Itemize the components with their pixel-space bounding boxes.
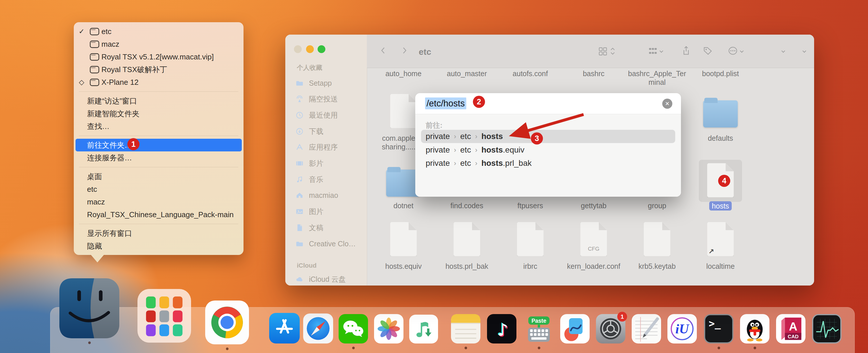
back-icon[interactable] xyxy=(378,46,388,57)
menu-item[interactable]: Royal TSX v5.1.2[www.macat.vip] xyxy=(75,51,242,63)
sidebar-item-文稿[interactable]: 文稿 xyxy=(296,222,323,233)
menu-item[interactable]: ◇X-Plane 12 xyxy=(75,76,242,89)
menu-item[interactable]: macz xyxy=(75,196,242,208)
dock-app-tiktok[interactable]: ♪♪♪ xyxy=(487,314,517,344)
goto-suggestion-row[interactable]: private›etc›hosts.prl_bak xyxy=(421,156,675,170)
file-icon-com.apple.so_sharing.....lau[interactable] xyxy=(390,94,417,128)
file-label[interactable]: bashrc xyxy=(562,69,625,78)
file-label[interactable]: bootpd.plist xyxy=(689,69,751,78)
zoom-window-button[interactable] xyxy=(317,45,326,53)
dock-app-photos[interactable] xyxy=(374,314,403,344)
sidebar-item-Creative Clo…[interactable]: Creative Clo… xyxy=(296,238,356,249)
dock-app-qq[interactable] xyxy=(740,314,770,344)
view-chevrons-icon[interactable] xyxy=(610,47,616,57)
dock-app-terminal[interactable]: >_ xyxy=(704,314,734,344)
dock-app-autocad[interactable]: ACAD xyxy=(776,314,805,344)
sidebar-item-应用程序[interactable]: 应用程序 xyxy=(296,142,338,153)
file-label[interactable]: hosts.equiv xyxy=(372,262,435,270)
menu-item[interactable]: Royal TSX破解补丁 xyxy=(75,63,242,76)
menu-item-label: etc xyxy=(101,27,112,36)
file-label[interactable]: bashrc_Apple_Ter minal xyxy=(626,69,688,87)
menu-item-go-to-folder[interactable]: 前往文件夹… xyxy=(75,139,242,151)
sidebar-item-图片[interactable]: 图片 xyxy=(296,206,323,217)
sidebar-item-macmiao[interactable]: macmiao xyxy=(296,190,338,201)
chevron-down-icon[interactable] xyxy=(802,49,807,55)
sidebar-item-下载[interactable]: 下载 xyxy=(296,125,323,137)
forward-icon[interactable] xyxy=(399,46,409,57)
dock-app-launchpad[interactable] xyxy=(137,289,191,343)
menu-item[interactable]: macz xyxy=(75,38,242,51)
dock-app-music-download[interactable] xyxy=(409,315,438,344)
file-label[interactable]: autofs.conf xyxy=(499,69,561,78)
file-label[interactable]: kern_loader.conf xyxy=(562,262,625,270)
dock-app-paste[interactable]: Paste xyxy=(524,314,554,344)
file-label[interactable]: gettytab xyxy=(562,201,625,210)
dock-app-finder[interactable] xyxy=(59,278,119,338)
menu-item[interactable]: 显示所有窗口 xyxy=(75,227,242,240)
folder-icon-defaults[interactable] xyxy=(703,100,738,127)
sidebar-item-icloud-drive[interactable]: iCloud 云盘 xyxy=(296,273,346,285)
clear-input-icon[interactable]: ✕ xyxy=(662,99,672,109)
menu-item[interactable]: 桌面 xyxy=(75,170,242,183)
file-label[interactable]: find.codes xyxy=(436,201,498,210)
sidebar-item-最近使用[interactable]: 最近使用 xyxy=(296,109,338,121)
file-icon-hosts.prl_bak[interactable] xyxy=(454,222,480,256)
sidebar-item-音乐[interactable]: 音乐 xyxy=(296,174,323,185)
share-icon[interactable] xyxy=(681,46,691,57)
dock-app-appstore[interactable] xyxy=(269,313,300,344)
file-label[interactable]: dotnet xyxy=(372,201,435,210)
file-icon-krb5.keytab[interactable] xyxy=(644,222,670,256)
sidebar-item-Setapp[interactable]: Setapp xyxy=(296,77,332,89)
file-label[interactable]: hosts.prl_bak xyxy=(436,262,498,270)
sidebar-item-隔空投送[interactable]: 隔空投送 xyxy=(296,93,338,105)
dock-app-settings[interactable]: 1 xyxy=(596,314,625,344)
dock-app-wechat[interactable] xyxy=(339,314,368,344)
file-icon-localtime[interactable]: ↗ xyxy=(707,222,734,256)
dock-app-curve-draw[interactable] xyxy=(560,314,590,344)
tag-icon[interactable] xyxy=(703,46,713,57)
file-label[interactable]: irbrc xyxy=(499,262,561,270)
dock-app-chrome[interactable] xyxy=(205,300,249,344)
dock-app-textedit[interactable] xyxy=(632,314,661,344)
goto-suggestion-row[interactable]: private›etc›hosts.equiv xyxy=(421,143,675,156)
menu-item[interactable]: 隐藏 xyxy=(75,240,242,252)
dock-app-activity-monitor[interactable] xyxy=(812,314,841,344)
more-actions-icon[interactable] xyxy=(727,46,738,57)
menu-item[interactable]: ✓etc xyxy=(75,25,242,38)
minimize-window-button[interactable] xyxy=(306,45,314,53)
file-label[interactable]: group xyxy=(626,201,688,210)
dock-app-safari[interactable] xyxy=(303,314,333,344)
goto-path-selected-text: /etc/hosts xyxy=(425,97,466,109)
file-label[interactable]: localtime xyxy=(689,262,751,270)
menu-item[interactable]: Royal_TSX_Chinese_Language_Pack-main xyxy=(75,208,242,221)
group-by-icon[interactable] xyxy=(648,46,658,57)
sidebar-item-影片[interactable]: 影片 xyxy=(296,158,323,169)
file-label[interactable]: auto_home xyxy=(372,69,435,78)
menu-item[interactable]: 查找… xyxy=(75,120,242,133)
svg-text:>_: >_ xyxy=(709,318,721,329)
file-icon-hosts.equiv[interactable] xyxy=(390,222,417,256)
dock-app-iu-writer[interactable]: iU xyxy=(668,314,697,344)
chevron-separator: › xyxy=(454,159,456,167)
file-label[interactable]: krb5.keytab xyxy=(626,262,688,270)
icon-view-icon[interactable] xyxy=(598,46,608,57)
chevron-down-icon[interactable] xyxy=(781,49,786,55)
file-icon-irbrc[interactable] xyxy=(517,222,544,256)
menu-item[interactable]: 新建“访达”窗口 xyxy=(75,95,242,107)
menu-item[interactable]: etc xyxy=(75,183,242,196)
dock-app-notes[interactable] xyxy=(451,314,480,344)
file-label[interactable]: auto_master xyxy=(436,69,498,78)
sidebar-item-label: Setapp xyxy=(309,79,332,87)
file-label[interactable]: defaults xyxy=(689,134,751,143)
file-icon-kern_loader.conf[interactable]: CFG xyxy=(580,222,607,256)
close-window-button[interactable] xyxy=(294,45,302,53)
menu-item-label: 查找… xyxy=(87,121,110,131)
menu-item[interactable]: 连接服务器… xyxy=(75,151,242,164)
path-segment: private xyxy=(426,132,450,141)
chevron-down-icon[interactable] xyxy=(659,49,664,55)
file-label[interactable]: hosts xyxy=(689,201,751,210)
menu-item[interactable]: 新建智能文件夹 xyxy=(75,107,242,120)
chevron-down-icon[interactable] xyxy=(739,49,744,55)
file-label[interactable]: ftpusers xyxy=(499,201,561,210)
path-segment: private xyxy=(426,145,450,154)
